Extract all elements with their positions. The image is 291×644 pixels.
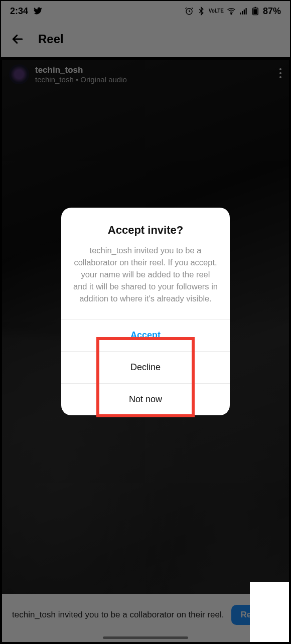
decline-button[interactable]: Decline [61,351,230,383]
volte-icon: VoLTE [209,9,224,14]
overlay-patch [250,582,289,642]
svg-rect-7 [253,9,257,14]
twitter-icon [33,7,42,16]
status-bar: 2:34 VoLTE 87% [1,1,290,21]
svg-rect-3 [242,11,243,15]
svg-rect-5 [245,8,246,15]
alarm-icon [185,7,194,16]
accept-button[interactable]: Accept [61,319,230,351]
dialog-description: techin_tosh invited you to be a collabor… [73,245,218,305]
battery-percent: 87% [263,6,281,17]
accept-invite-dialog: Accept invite? techin_tosh invited you t… [61,208,230,415]
svg-point-11 [279,76,281,78]
back-arrow-icon[interactable] [10,32,25,47]
status-time: 2:34 [10,6,28,17]
collab-notification-text: techin_tosh invited you to be a collabor… [12,610,231,620]
svg-rect-4 [244,10,245,15]
reel-username[interactable]: techin_tosh [35,65,127,75]
wifi-icon [227,7,236,16]
bluetooth-icon [197,7,206,16]
collab-notification-bar: techin_tosh invited you to be a collabor… [2,594,289,642]
svg-point-9 [279,68,281,70]
more-options-icon[interactable] [279,67,282,81]
not-now-button[interactable]: Not now [61,383,230,415]
battery-icon [251,7,260,16]
avatar[interactable] [9,64,29,84]
svg-rect-2 [240,13,241,15]
gesture-nav-pill[interactable] [103,636,188,639]
page-title: Reel [38,32,64,46]
reel-audio-info[interactable]: techin_tosh • Original audio [35,75,127,84]
app-header: Reel [1,21,290,57]
svg-point-1 [231,13,232,14]
svg-point-10 [279,72,281,74]
dialog-title: Accept invite? [73,224,218,237]
reel-header: techin_tosh techin_tosh • Original audio [9,64,282,84]
signal-icon [239,7,248,16]
svg-rect-8 [254,7,256,8]
